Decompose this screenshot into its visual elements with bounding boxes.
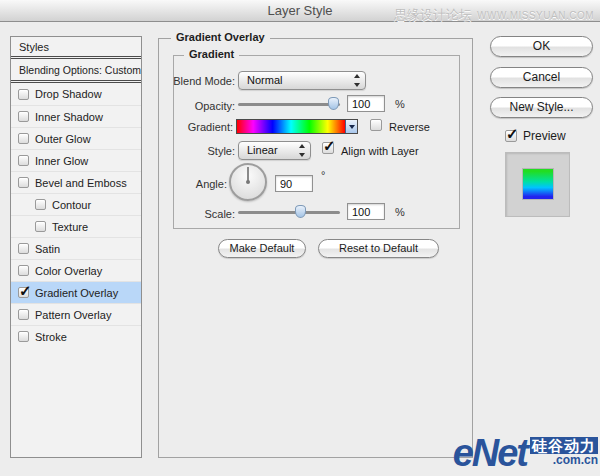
- effect-checkbox[interactable]: [18, 265, 29, 276]
- sidebar-item-label: Bevel and Emboss: [35, 177, 127, 189]
- new-style-button[interactable]: New Style...: [490, 97, 593, 118]
- top-watermark: 思缘设计论坛 WWW.MISSYUAN.COM: [394, 6, 594, 24]
- sidebar-item-blending-options[interactable]: Blending Options: Custom: [11, 59, 141, 83]
- sidebar-item-outer-glow[interactable]: Outer Glow: [11, 127, 141, 149]
- scale-slider-track[interactable]: [238, 211, 340, 214]
- gradient-swatch[interactable]: [236, 119, 358, 134]
- effect-checkbox[interactable]: [18, 287, 29, 298]
- scale-label: Scale:: [161, 208, 235, 220]
- stepper-icon[interactable]: [297, 144, 306, 157]
- sidebar-item-pattern-overlay[interactable]: Pattern Overlay: [11, 303, 141, 325]
- sidebar-item-label: Inner Shadow: [35, 111, 103, 123]
- sidebar-item-satin[interactable]: Satin: [11, 237, 141, 259]
- sidebar-item-inner-shadow[interactable]: Inner Shadow: [11, 105, 141, 127]
- sidebar-item-bevel-and-emboss[interactable]: Bevel and Emboss: [11, 171, 141, 193]
- reverse-checkbox[interactable]: [370, 119, 382, 131]
- opacity-input[interactable]: [347, 95, 385, 112]
- angle-unit: °: [321, 169, 325, 181]
- effect-checkbox[interactable]: [35, 221, 46, 232]
- effect-checkbox[interactable]: [18, 331, 29, 342]
- gradient-label: Gradient:: [159, 121, 233, 133]
- preview-thumbnail: [505, 152, 570, 217]
- preview-label: Preview: [523, 129, 566, 143]
- enet-logo: eNet: [453, 437, 527, 469]
- scale-slider-thumb[interactable]: [295, 205, 306, 218]
- align-with-layer-checkbox[interactable]: [322, 142, 334, 154]
- reset-to-default-button[interactable]: Reset to Default: [318, 239, 439, 258]
- blend-mode-value: Normal: [247, 74, 282, 86]
- blend-mode-dropdown[interactable]: Normal: [238, 71, 366, 90]
- make-default-button[interactable]: Make Default: [218, 239, 306, 258]
- blend-mode-label: Blend Mode:: [161, 75, 235, 87]
- stepper-icon[interactable]: [352, 74, 361, 87]
- sidebar-item-gradient-overlay[interactable]: Gradient Overlay: [11, 281, 141, 303]
- style-value: Linear: [247, 144, 278, 156]
- ok-button[interactable]: OK: [490, 36, 593, 57]
- scale-input[interactable]: [347, 203, 385, 220]
- preview-checkbox[interactable]: [505, 130, 517, 142]
- effect-checkbox[interactable]: [18, 243, 29, 254]
- sidebar-item-label: Texture: [52, 221, 88, 233]
- bottom-watermark: eNet 硅谷动力 .com.cn: [453, 437, 598, 469]
- style-label: Style:: [161, 145, 235, 157]
- sidebar-item-label: Gradient Overlay: [35, 287, 118, 299]
- sidebar-item-label: Contour: [52, 199, 91, 211]
- opacity-slider[interactable]: [238, 96, 340, 112]
- opacity-slider-thumb[interactable]: [328, 97, 339, 110]
- watermark-site-name: 思缘设计论坛: [394, 6, 472, 24]
- style-dropdown[interactable]: Linear: [238, 141, 311, 160]
- styles-header: Styles: [11, 37, 141, 59]
- gradient-preview-bar[interactable]: [237, 120, 345, 133]
- sidebar-item-label: Color Overlay: [35, 265, 102, 277]
- sidebar-item-label: Pattern Overlay: [35, 309, 111, 321]
- sidebar-item-inner-glow[interactable]: Inner Glow: [11, 149, 141, 171]
- sidebar-item-drop-shadow[interactable]: Drop Shadow: [11, 83, 141, 105]
- preview-gradient-swatch: [522, 168, 554, 200]
- group-legend: Gradient: [184, 48, 239, 60]
- dial-center-dot: [246, 180, 250, 184]
- opacity-label: Opacity:: [161, 100, 235, 112]
- opacity-slider-track[interactable]: [238, 103, 340, 106]
- align-with-layer-label: Align with Layer: [341, 145, 419, 157]
- sidebar-item-label: Stroke: [35, 331, 67, 343]
- layer-style-dialog: Layer Style 思缘设计论坛 WWW.MISSYUAN.COM Styl…: [0, 0, 600, 476]
- styles-list: Drop Shadow Inner Shadow Outer Glow Inne…: [11, 83, 141, 347]
- sidebar-item-label: Drop Shadow: [35, 88, 102, 100]
- opacity-unit: %: [395, 98, 405, 110]
- effect-checkbox[interactable]: [35, 199, 46, 210]
- effect-checkbox[interactable]: [18, 309, 29, 320]
- effect-checkbox[interactable]: [18, 111, 29, 122]
- sidebar-item-contour[interactable]: Contour: [11, 193, 141, 215]
- sidebar-item-stroke[interactable]: Stroke: [11, 325, 141, 347]
- enet-domain: .com.cn: [553, 454, 598, 467]
- dial-needle-icon: [247, 167, 249, 181]
- effect-checkbox[interactable]: [18, 155, 29, 166]
- sidebar-item-label: Outer Glow: [35, 133, 91, 145]
- gradient-dropdown-arrow-icon[interactable]: [345, 120, 357, 133]
- scale-unit: %: [395, 206, 405, 218]
- effect-checkbox[interactable]: [18, 133, 29, 144]
- angle-dial[interactable]: [229, 163, 267, 201]
- sidebar-item-texture[interactable]: Texture: [11, 215, 141, 237]
- gradient-overlay-panel: Gradient Overlay Gradient Blend Mode: No…: [158, 38, 473, 458]
- cancel-button[interactable]: Cancel: [490, 67, 593, 88]
- reverse-label: Reverse: [389, 121, 430, 133]
- effect-checkbox[interactable]: [18, 177, 29, 188]
- watermark-site-url: WWW.MISSYUAN.COM: [477, 10, 594, 21]
- scale-slider[interactable]: [238, 204, 340, 220]
- preview-toggle: Preview: [505, 129, 566, 143]
- enet-brand-cn: 硅谷动力: [530, 437, 598, 454]
- sidebar-item-label: Satin: [35, 243, 60, 255]
- sidebar-item-label: Inner Glow: [35, 155, 88, 167]
- sidebar-item-color-overlay[interactable]: Color Overlay: [11, 259, 141, 281]
- panel-legend: Gradient Overlay: [171, 31, 270, 43]
- styles-sidebar: Styles Blending Options: Custom Drop Sha…: [10, 36, 142, 458]
- angle-label: Angle:: [161, 178, 227, 190]
- effect-checkbox[interactable]: [18, 89, 29, 100]
- angle-input[interactable]: [275, 175, 313, 192]
